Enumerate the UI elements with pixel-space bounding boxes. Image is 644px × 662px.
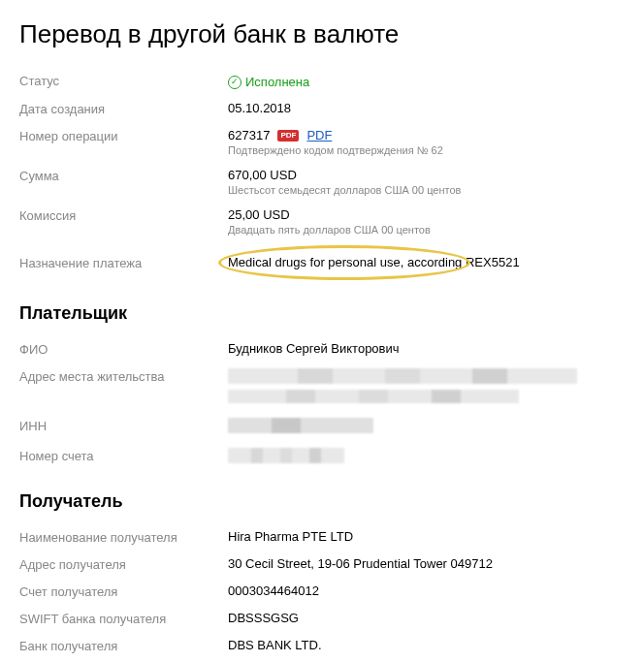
operation-sub: Подтверждено кодом подтверждения № 62 <box>228 144 625 156</box>
payer-fio-row: ФИО Будников Сергей Викторович <box>19 335 625 363</box>
amount-value: 670,00 USD <box>228 168 625 182</box>
receiver-account-row: Счет получателя 0003034464012 <box>19 578 625 605</box>
operation-label: Номер операции <box>19 128 228 143</box>
created-value: 05.10.2018 <box>228 101 625 115</box>
commission-row: Комиссия 25,00 USD Двадцать пять долларо… <box>19 202 625 241</box>
receiver-name-label: Наименование получателя <box>19 529 228 545</box>
payer-address-label: Адрес места жительства <box>19 368 228 384</box>
receiver-bank-row: Банк получателя DBS BANK LTD. <box>19 632 625 659</box>
receiver-account-value: 0003034464012 <box>228 583 625 598</box>
amount-label: Сумма <box>19 168 228 183</box>
status-label: Статус <box>19 73 228 88</box>
payer-inn-label: ИНН <box>19 418 228 433</box>
receiver-swift-label: SWIFT банка получателя <box>19 611 228 626</box>
redacted-block <box>228 390 519 403</box>
operation-row: Номер операции 627317 PDF PDF Подтвержде… <box>19 122 625 162</box>
check-icon: ✓ <box>228 76 242 89</box>
amount-sub: Шестьсот семьдесят долларов США 00 центо… <box>228 184 625 196</box>
status-row: Статус ✓ Исполнена <box>19 67 625 95</box>
receiver-name-row: Наименование получателя Hira Pharma PTE … <box>19 523 625 551</box>
receiver-address-label: Адрес получателя <box>19 556 228 572</box>
commission-sub: Двадцать пять долларов США 00 центов <box>228 224 625 236</box>
commission-label: Комиссия <box>19 207 228 223</box>
created-label: Дата создания <box>19 101 228 116</box>
receiver-name-value: Hira Pharma PTE LTD <box>228 529 625 544</box>
receiver-swift-value: DBSSSGSG <box>228 611 625 625</box>
status-value: Исполнена <box>245 75 309 89</box>
operation-number: 627317 <box>228 128 270 142</box>
receiver-bank-label: Банк получателя <box>19 638 228 653</box>
payer-fio-value: Будников Сергей Викторович <box>228 341 625 356</box>
purpose-value: Medical drugs for personal use, accordin… <box>228 255 520 269</box>
payer-heading: Плательщик <box>19 303 625 324</box>
payer-fio-label: ФИО <box>19 341 228 357</box>
payer-inn-row: ИНН <box>19 412 625 442</box>
receiver-address-value: 30 Cecil Street, 19-06 Prudential Tower … <box>228 556 625 571</box>
purpose-row: Назначение платежа Medical drugs for per… <box>19 241 625 284</box>
commission-value: 25,00 USD <box>228 207 625 222</box>
payer-account-row: Номер счета <box>19 442 625 472</box>
payer-address-row: Адрес места жительства <box>19 363 625 412</box>
pdf-icon: PDF <box>277 130 299 142</box>
receiver-heading: Получатель <box>19 491 625 512</box>
status-badge: ✓ Исполнена <box>228 75 309 89</box>
purpose-label: Назначение платежа <box>19 255 228 270</box>
created-row: Дата создания 05.10.2018 <box>19 95 625 122</box>
receiver-account-label: Счет получателя <box>19 583 228 599</box>
amount-row: Сумма 670,00 USD Шестьсот семьдесят долл… <box>19 162 625 202</box>
redacted-block <box>228 368 577 384</box>
payer-account-label: Номер счета <box>19 448 228 463</box>
receiver-address-row: Адрес получателя 30 Cecil Street, 19-06 … <box>19 551 625 578</box>
page-title: Перевод в другой банк в валюте <box>19 19 625 49</box>
receiver-swift-row: SWIFT банка получателя DBSSSGSG <box>19 605 625 632</box>
receiver-bank-value: DBS BANK LTD. <box>228 638 625 652</box>
pdf-link[interactable]: PDF <box>306 128 332 142</box>
redacted-block <box>228 418 373 433</box>
redacted-block <box>228 448 344 463</box>
